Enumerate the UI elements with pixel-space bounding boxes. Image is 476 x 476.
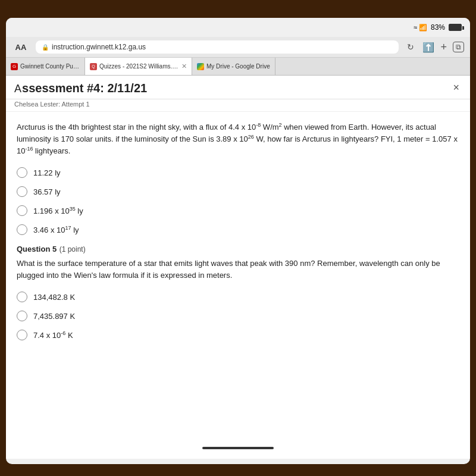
battery-percentage: 83% [431,23,445,32]
question5-text: What is the surface temperature of a sta… [17,258,459,281]
new-tab-button[interactable]: + [440,41,447,54]
choice-text-q5a: 134,482.8 K [33,293,75,302]
choice-q5a[interactable]: 134,482.8 K [17,292,459,302]
tab-favicon-drive [197,63,204,70]
choice-q4c[interactable]: 1.196 x 1035 ly [17,205,459,216]
choice-q5c[interactable]: 7.4 x 10-6 K [17,330,459,340]
radio-q5a[interactable] [17,292,27,302]
home-indicator [202,447,274,449]
close-button[interactable]: × [450,82,462,94]
aa-button[interactable]: AA [12,43,30,52]
choice-text-q5c: 7.4 x 10-6 K [33,330,73,340]
device-frame: ≈ 📶 83% AA 🔒 instruction.gwinnett.k12.ga… [0,0,476,476]
choice-q4d[interactable]: 3.46 x 1017 ly [17,224,459,235]
lock-icon: 🔒 [42,44,49,51]
tabs-button[interactable]: ⧉ [453,42,464,52]
battery-icon [449,24,462,31]
status-bar: ≈ 📶 83% [6,18,470,37]
tab-label-quizzes: Quizzes - 2021S2 Williams.N ASTRONOMY - … [99,63,179,70]
radio-q5b[interactable] [17,311,27,321]
question5-header: Question 5 (1 point) [17,243,459,254]
radio-q5c[interactable] [17,330,27,340]
tab-drive[interactable]: My Drive - Google Drive [192,58,275,75]
choice-text-q4d: 3.46 x 1017 ly [33,225,79,234]
question5-label: Question 5 [17,245,57,253]
choice-q4b[interactable]: 36.57 ly [17,186,459,197]
choice-text-q4c: 1.196 x 1035 ly [33,206,83,215]
tab-quizzes[interactable]: Q Quizzes - 2021S2 Williams.N ASTRONOMY … [85,58,192,75]
choice-text-q4b: 36.57 ly [33,187,61,196]
tab-favicon-quizzes: Q [90,63,97,70]
page-content: Assessment #4: 2/11/21 × Chelsea Lester:… [6,76,470,459]
url-bar[interactable]: 🔒 instruction.gwinnett.k12.ga.us [36,40,399,54]
question4-text: Arcturus is the 4th brightest star in th… [17,121,459,156]
tab-favicon-gwinnett: G [11,63,18,70]
radio-q4b[interactable] [17,186,27,197]
url-text: instruction.gwinnett.k12.ga.us [52,43,146,51]
question4-area: Arcturus is the 4th brightest star in th… [6,112,470,358]
choice-q4a[interactable]: 11.22 ly [17,167,459,178]
assessment-title: Assessment #4: 2/11/21 [14,82,147,95]
tab-bar: G Gwinnett County Public Schools Q Quizz… [6,58,470,76]
radio-q4d[interactable] [17,224,27,235]
assessment-header: Assessment #4: 2/11/21 × [6,76,470,99]
reload-button[interactable]: ↻ [405,42,416,52]
wifi-icon: ≈ 📶 [414,24,427,32]
choice-q5b[interactable]: 7,435.897 K [17,311,459,321]
tab-gwinnett[interactable]: G Gwinnett County Public Schools [6,58,85,75]
share-button[interactable]: ⬆️ [422,42,434,53]
question5-points: (1 point) [60,245,86,253]
choice-text-q5b: 7,435.897 K [33,312,75,321]
tab-label-drive: My Drive - Google Drive [206,63,270,70]
choice-text-q4a: 11.22 ly [33,168,61,177]
attempt-info: Chelsea Lester: Attempt 1 [6,99,470,112]
radio-q4a[interactable] [17,167,27,178]
tab-label-gwinnett: Gwinnett County Public Schools [20,63,80,70]
assessment-title-text: ssessment #4: 2/11/21 [22,82,147,95]
tab-close-quizzes[interactable]: ✕ [181,62,187,70]
radio-q4c[interactable] [17,205,27,216]
screen: ≈ 📶 83% AA 🔒 instruction.gwinnett.k12.ga… [6,18,470,464]
browser-chrome: AA 🔒 instruction.gwinnett.k12.ga.us ↻ ⬆️… [6,37,470,58]
